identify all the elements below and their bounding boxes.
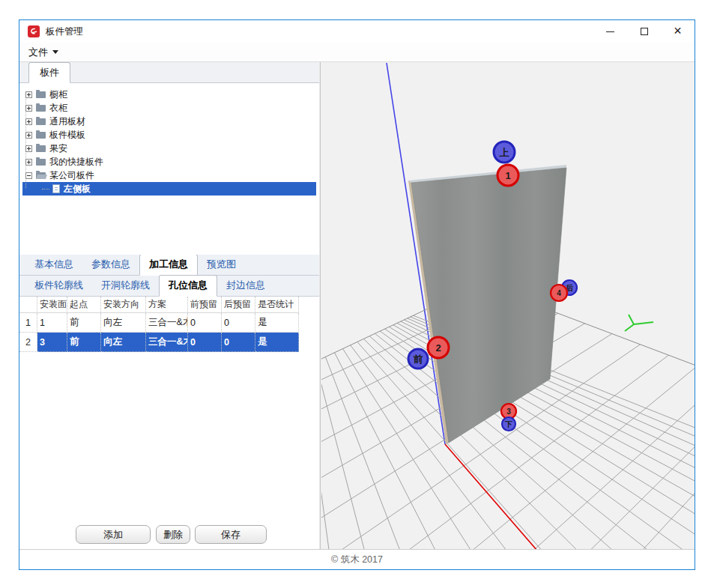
marker-label: 1 xyxy=(505,170,510,181)
table-cell[interactable]: 0 xyxy=(188,333,222,352)
table-cell[interactable]: 0 xyxy=(222,313,255,333)
screen: 板件管理 × 文件 板件 橱柜衣柜通用板材板件模板果安我的快捷板件某公司 xyxy=(0,0,714,588)
tab-info-0[interactable]: 基本信息 xyxy=(25,255,82,275)
table-row-2[interactable]: 23前向左三合一&木00是 xyxy=(19,333,319,352)
minimize-button[interactable] xyxy=(593,20,627,43)
table-header-row: 安装面起点安装方向方案前预留后预留是否统计 xyxy=(19,297,319,313)
tree-item-3[interactable]: 板件模板 xyxy=(22,128,316,142)
folder-icon xyxy=(36,105,46,112)
document-icon xyxy=(52,184,60,193)
table-cell[interactable]: 0 xyxy=(188,313,222,333)
tab-machining-1[interactable]: 开洞轮廓线 xyxy=(92,276,159,296)
button-row: 添加删除保存 xyxy=(19,525,319,545)
row-number: 1 xyxy=(19,313,37,333)
tree-item-4[interactable]: 果安 xyxy=(22,142,316,155)
menubar: 文件 xyxy=(19,43,695,62)
table-cell[interactable]: 三合一&木 xyxy=(146,333,188,352)
marker-label: 3 xyxy=(506,407,511,416)
table-cell[interactable]: 向左 xyxy=(101,313,146,333)
panel-tree: 橱柜衣柜通用板材板件模板果安我的快捷板件某公司板件左侧板 xyxy=(19,83,319,255)
window-title: 板件管理 xyxy=(46,25,83,38)
tab-info-2[interactable]: 加工信息 xyxy=(139,254,198,276)
table-cell[interactable]: 0 xyxy=(222,333,255,352)
hole-table-wrap: 安装面起点安装方向方案前预留后预留是否统计 11前向左三合一&木00是23前向左… xyxy=(19,297,319,549)
tree-item-label: 我的快捷板件 xyxy=(49,156,103,169)
folder-icon xyxy=(36,118,46,125)
marker-1[interactable]: 1 xyxy=(497,165,518,186)
footer-copyright: © 筑木 2017 xyxy=(331,554,383,566)
tree-item-label: 橱柜 xyxy=(49,88,67,101)
marker-前[interactable]: 前 xyxy=(408,349,428,369)
close-icon: × xyxy=(674,24,682,37)
expand-icon[interactable] xyxy=(25,105,32,112)
info-tabstrip: 基本信息参数信息加工信息预览图 xyxy=(19,255,319,276)
folder-open-icon xyxy=(36,172,46,179)
table-cell[interactable]: 是 xyxy=(255,313,299,333)
panel-board[interactable] xyxy=(408,165,566,444)
tree-item-label: 板件模板 xyxy=(49,129,85,142)
tab-machining-3[interactable]: 封边信息 xyxy=(217,276,274,296)
tree-item-6[interactable]: 某公司板件 xyxy=(22,169,316,182)
tab-info-3[interactable]: 预览图 xyxy=(198,255,245,275)
marker-label: 4 xyxy=(557,289,561,297)
collapse-icon[interactable] xyxy=(25,172,32,179)
folder-icon xyxy=(36,159,46,166)
tree-tabstrip: 板件 xyxy=(19,62,319,83)
expand-icon[interactable] xyxy=(25,91,32,98)
row-number: 2 xyxy=(19,333,37,352)
table-header-cell[interactable]: 后预留 xyxy=(222,297,255,313)
close-button[interactable]: × xyxy=(661,20,695,43)
table-header-cell[interactable]: 是否统计 xyxy=(255,297,299,313)
add-button[interactable]: 添加 xyxy=(76,525,151,544)
tree-item-7[interactable]: 左侧板 xyxy=(22,182,316,196)
viewport-3d[interactable]: 上1前2后43下 xyxy=(321,62,695,549)
tree-item-label: 某公司板件 xyxy=(49,169,94,182)
tree-item-2[interactable]: 通用板材 xyxy=(22,115,316,128)
titlebar: 板件管理 × xyxy=(19,20,695,43)
expand-icon[interactable] xyxy=(25,132,32,139)
table-header-cell[interactable]: 起点 xyxy=(67,297,101,313)
table-row-1[interactable]: 11前向左三合一&木00是 xyxy=(19,313,319,333)
delete-button[interactable]: 删除 xyxy=(156,525,190,544)
menu-file[interactable]: 文件 xyxy=(28,46,58,59)
tab-info-1[interactable]: 参数信息 xyxy=(82,255,139,275)
save-button[interactable]: 保存 xyxy=(195,525,267,544)
tree-item-0[interactable]: 橱柜 xyxy=(22,88,316,101)
tree-item-label: 通用板材 xyxy=(49,115,85,128)
table-cell[interactable]: 前 xyxy=(67,333,101,352)
table-header-cell[interactable]: 前预留 xyxy=(188,297,222,313)
marker-label: 下 xyxy=(504,420,512,428)
tree-item-label: 衣柜 xyxy=(49,102,67,115)
marker-4[interactable]: 4 xyxy=(551,285,567,301)
app-window: 板件管理 × 文件 板件 橱柜衣柜通用板材板件模板果安我的快捷板件某公司 xyxy=(19,19,695,570)
table-body: 11前向左三合一&木00是23前向左三合一&木00是 xyxy=(19,313,319,352)
table-header-cell[interactable]: 安装面 xyxy=(37,297,67,313)
table-cell[interactable]: 向左 xyxy=(101,333,146,352)
window-controls: × xyxy=(593,20,695,43)
expand-icon[interactable] xyxy=(25,145,32,152)
machining-tabstrip: 板件轮廓线开洞轮廓线孔位信息封边信息 xyxy=(19,276,319,297)
table-cell[interactable]: 三合一&木 xyxy=(146,313,188,333)
tree-item-1[interactable]: 衣柜 xyxy=(22,101,316,115)
table-cell[interactable]: 是 xyxy=(255,333,299,352)
table-header-corner xyxy=(19,297,37,313)
table-header-cell[interactable]: 方案 xyxy=(146,297,188,313)
marker-上[interactable]: 上 xyxy=(494,142,515,163)
maximize-button[interactable] xyxy=(627,20,661,43)
table-cell[interactable]: 3 xyxy=(37,333,67,352)
marker-下[interactable]: 下 xyxy=(502,417,515,431)
marker-label: 2 xyxy=(435,342,441,354)
expand-icon[interactable] xyxy=(25,118,32,125)
marker-2[interactable]: 2 xyxy=(428,337,449,358)
maximize-icon xyxy=(641,28,648,35)
tab-panels[interactable]: 板件 xyxy=(28,62,70,83)
tree-item-5[interactable]: 我的快捷板件 xyxy=(22,155,316,169)
tree-item-label: 左侧板 xyxy=(64,183,91,196)
table-cell[interactable]: 前 xyxy=(67,313,101,333)
table-cell[interactable]: 1 xyxy=(37,313,67,333)
expand-icon[interactable] xyxy=(25,159,32,166)
tab-machining-0[interactable]: 板件轮廓线 xyxy=(25,276,92,296)
table-header-cell[interactable]: 安装方向 xyxy=(101,297,146,313)
tab-machining-2[interactable]: 孔位信息 xyxy=(159,275,217,297)
main-area: 板件 橱柜衣柜通用板材板件模板果安我的快捷板件某公司板件左侧板 基本信息参数信息… xyxy=(19,62,695,549)
